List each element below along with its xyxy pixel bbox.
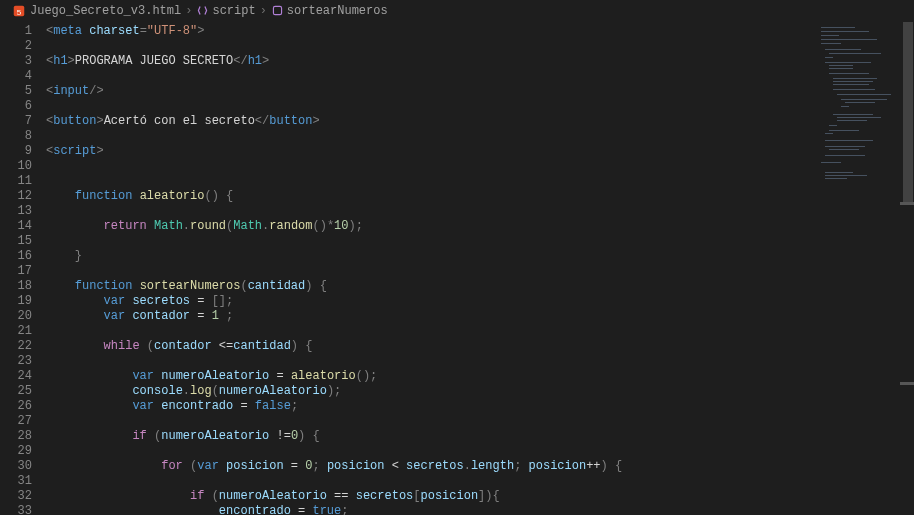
breadcrumb[interactable]: 5 Juego_Secreto_v3.html › script › sorte… [0,0,914,22]
code-area[interactable]: <meta charset="UTF-8"><h1>PROGRAMA JUEGO… [46,22,914,515]
line-number: 30 [0,459,32,474]
line-number: 2 [0,39,32,54]
breadcrumb-seg-label: script [212,4,255,18]
line-number: 23 [0,354,32,369]
line-number: 24 [0,369,32,384]
method-icon [271,4,285,18]
code-line[interactable]: console.log(numeroAleatorio); [46,384,914,399]
line-number: 17 [0,264,32,279]
code-line[interactable]: <h1>PROGRAMA JUEGO SECRETO</h1> [46,54,914,69]
line-number: 10 [0,159,32,174]
code-line[interactable] [46,444,914,459]
line-number: 14 [0,219,32,234]
svg-text:5: 5 [17,7,22,16]
line-number: 1 [0,24,32,39]
line-number: 28 [0,429,32,444]
line-number: 15 [0,234,32,249]
line-number: 19 [0,294,32,309]
line-number: 27 [0,414,32,429]
breadcrumb-file[interactable]: 5 Juego_Secreto_v3.html [12,4,181,18]
line-number-gutter: 1234567891011121314151617181920212223242… [0,22,46,515]
line-number: 11 [0,174,32,189]
breadcrumb-seg-label: sortearNumeros [287,4,388,18]
code-line[interactable] [46,264,914,279]
scrollbar-thumb[interactable] [903,22,913,202]
line-number: 8 [0,129,32,144]
code-line[interactable] [46,39,914,54]
line-number: 21 [0,324,32,339]
code-line[interactable]: function aleatorio() { [46,189,914,204]
code-line[interactable] [46,159,914,174]
code-line[interactable]: } [46,249,914,264]
brackets-icon [196,4,210,18]
code-line[interactable]: for (var posicion = 0; posicion < secret… [46,459,914,474]
code-line[interactable] [46,354,914,369]
line-number: 3 [0,54,32,69]
code-line[interactable] [46,174,914,189]
code-line[interactable]: while (contador <=cantidad) { [46,339,914,354]
code-line[interactable] [46,204,914,219]
line-number: 13 [0,204,32,219]
code-line[interactable]: if (numeroAleatorio !=0) { [46,429,914,444]
code-line[interactable] [46,324,914,339]
line-number: 22 [0,339,32,354]
breadcrumb-seg-function[interactable]: sortearNumeros [271,4,388,18]
line-number: 12 [0,189,32,204]
line-number: 9 [0,144,32,159]
line-number: 26 [0,399,32,414]
line-number: 18 [0,279,32,294]
breadcrumb-file-label: Juego_Secreto_v3.html [30,4,181,18]
line-number: 6 [0,99,32,114]
scrollbar-mark [900,202,914,205]
code-line[interactable] [46,414,914,429]
vertical-scrollbar[interactable] [900,22,914,515]
code-line[interactable]: var numeroAleatorio = aleatorio(); [46,369,914,384]
code-line[interactable]: var contador = 1 ; [46,309,914,324]
code-line[interactable] [46,129,914,144]
line-number: 16 [0,249,32,264]
code-line[interactable]: encontrado = true; [46,504,914,515]
code-line[interactable]: <button>Acertó con el secreto</button> [46,114,914,129]
chevron-right-icon: › [260,4,267,18]
scrollbar-mark [900,382,914,385]
html-file-icon: 5 [12,4,26,18]
code-line[interactable]: function sortearNumeros(cantidad) { [46,279,914,294]
code-line[interactable]: var secretos = []; [46,294,914,309]
line-number: 20 [0,309,32,324]
line-number: 5 [0,84,32,99]
code-line[interactable]: return Math.round(Math.random()*10); [46,219,914,234]
line-number: 29 [0,444,32,459]
minimap[interactable] [815,22,900,515]
code-line[interactable] [46,69,914,84]
svg-rect-2 [273,6,281,14]
code-line[interactable]: <input/> [46,84,914,99]
code-line[interactable]: var encontrado = false; [46,399,914,414]
code-line[interactable] [46,474,914,489]
code-line[interactable]: <meta charset="UTF-8"> [46,24,914,39]
line-number: 31 [0,474,32,489]
code-line[interactable]: if (numeroAleatorio == secretos[posicion… [46,489,914,504]
line-number: 32 [0,489,32,504]
editor[interactable]: 1234567891011121314151617181920212223242… [0,22,914,515]
line-number: 25 [0,384,32,399]
code-line[interactable] [46,234,914,249]
breadcrumb-seg-script[interactable]: script [196,4,255,18]
line-number: 7 [0,114,32,129]
code-line[interactable]: <script> [46,144,914,159]
code-line[interactable] [46,99,914,114]
line-number: 33 [0,504,32,515]
chevron-right-icon: › [185,4,192,18]
line-number: 4 [0,69,32,84]
